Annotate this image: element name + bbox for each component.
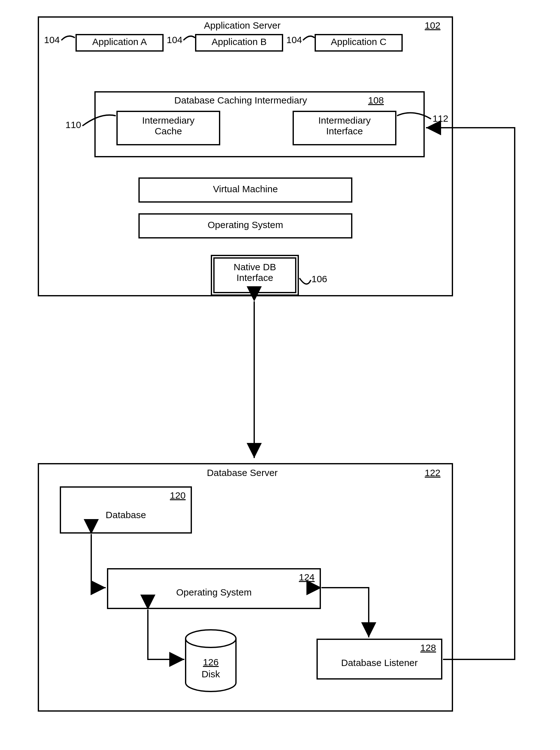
disk-label: Disk [189, 669, 233, 680]
virtual-machine-label: Virtual Machine [138, 184, 352, 195]
intermediary-interface-ref: 112 [433, 113, 448, 124]
database-listener-ref: 128 [420, 643, 436, 653]
application-b-label: Application B [195, 37, 283, 47]
db-server-title: Database Server [164, 467, 321, 478]
dci-ref: 108 [368, 95, 384, 106]
db-os-ref: 124 [299, 572, 315, 583]
intermediary-interface-label: Intermediary Interface [293, 115, 396, 137]
application-a-label: Application A [76, 37, 164, 47]
diagram-canvas: Application Server 102 Application A 104… [0, 0, 560, 750]
db-server-ref: 122 [425, 467, 440, 478]
dci-title: Database Caching Intermediary [135, 95, 346, 106]
app-server-ref: 102 [425, 20, 440, 31]
app-os-label: Operating System [138, 220, 352, 230]
app-server-title: Application Server [164, 20, 321, 31]
native-db-interface-ref: 106 [312, 274, 327, 284]
intermediary-cache-label: Intermediary Cache [116, 115, 220, 137]
database-label: Database [60, 510, 192, 520]
app-c-ref: 104 [286, 35, 302, 45]
database-listener-label: Database Listener [317, 657, 442, 668]
application-c-label: Application C [315, 37, 403, 47]
app-b-ref: 104 [167, 35, 182, 45]
db-os-label: Operating System [107, 587, 321, 598]
database-ref: 120 [170, 490, 186, 501]
intermediary-cache-ref: 110 [65, 120, 81, 130]
native-db-interface-label: Native DB Interface [211, 262, 299, 283]
app-a-ref: 104 [44, 35, 60, 45]
disk-ref: 126 [189, 657, 233, 668]
